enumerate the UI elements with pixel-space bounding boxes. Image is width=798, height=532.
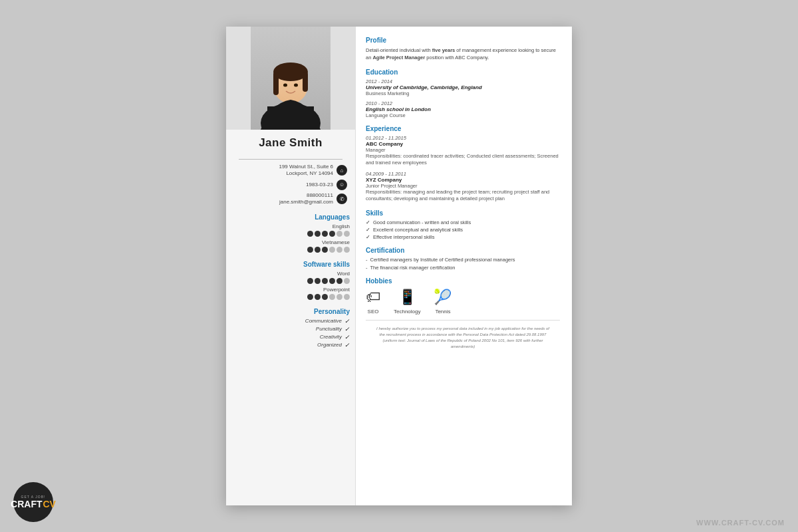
skill-word: Word <box>226 271 355 287</box>
photo-container <box>226 27 355 130</box>
personality-title: Personality <box>226 303 355 318</box>
personality-communicative: Communicative ✓ <box>226 318 355 325</box>
divider <box>239 159 342 160</box>
vdot-3 <box>322 247 328 253</box>
logo-cv: CV <box>43 499 56 509</box>
personality-punctuality: Punctuality ✓ <box>226 326 355 332</box>
profile-part1: Detail-oriented individual with <box>366 47 432 53</box>
seo-icon: 🏷 <box>366 289 380 306</box>
language-english: English <box>226 223 355 239</box>
hobby-technology: 📱 Technology <box>394 289 420 315</box>
experience-title: Experience <box>366 125 560 132</box>
profile-title: Profile <box>366 37 560 44</box>
exp-resp-1: Responsibilities: coordinated tracer act… <box>366 153 560 167</box>
logo-circle: GET A JOB! CRAFTCV <box>13 482 53 522</box>
tennis-label: Tennis <box>435 309 450 315</box>
dob-item: 1983-03-23 ☺ <box>231 180 350 190</box>
edu-years-1: 2012 - 2014 <box>366 78 560 84</box>
language-vietnamese: Vietnamese <box>226 239 355 255</box>
address-item: 199 Walnut St., Suite 6 Lockport, NY 140… <box>231 164 350 178</box>
dot-1 <box>307 231 313 237</box>
hobbies-row: 🏷 SEO 📱 Technology 🎾 Tennis <box>366 289 560 315</box>
edu-degree-1: Business Marketing <box>366 90 560 96</box>
hobby-tennis: 🎾 Tennis <box>434 289 452 315</box>
svg-point-8 <box>283 84 287 87</box>
exp-role-2: Junior Project Manager <box>366 183 560 189</box>
svg-rect-6 <box>273 72 279 95</box>
exp-entry-2: 04.2009 - 11.2011 XYZ Company Junior Pro… <box>366 171 560 203</box>
logo-craft-row: CRAFTCV <box>11 499 56 509</box>
skills-list: Good communication - written and oral sk… <box>366 219 560 240</box>
certification-title: Certification <box>366 247 560 254</box>
check-punctuality: ✓ <box>344 326 350 332</box>
profile-text: Detail-oriented individual with five yea… <box>366 47 560 62</box>
profile-bold1: five years <box>432 47 456 53</box>
skill-3: Effective interpersonal skills <box>366 234 560 240</box>
svg-rect-7 <box>303 72 308 92</box>
contact-section: 199 Walnut St., Suite 6 Lockport, NY 140… <box>226 164 355 208</box>
profile-part3: position with ABC Company. <box>425 55 489 61</box>
languages-title: Languages <box>226 208 355 223</box>
check-creativity: ✓ <box>344 334 350 340</box>
svg-point-9 <box>294 84 298 87</box>
education-title: Education <box>366 68 560 76</box>
footer-text: I hereby authorize you to process my per… <box>366 320 560 355</box>
dot-4 <box>329 231 335 237</box>
software-title: Software skills <box>226 255 355 271</box>
cert-list: Certified managers by Institute of Certi… <box>366 257 560 271</box>
vietnamese-label: Vietnamese <box>231 239 350 245</box>
skill-1: Good communication - written and oral sk… <box>366 219 560 225</box>
name-section: Jane Smith <box>226 130 355 155</box>
right-column: Profile Detail-oriented individual with … <box>356 27 572 505</box>
dot-5-empty <box>336 231 342 237</box>
edu-entry-2: 2010 - 2012 English school in London Lan… <box>366 100 560 118</box>
vietnamese-dots <box>231 247 350 253</box>
powerpoint-dots <box>231 294 350 300</box>
birthday-icon: ☺ <box>336 180 347 190</box>
logo-craft: CRAFT <box>11 499 42 509</box>
edu-school-1: University of Cambridge, Cambridge, Engl… <box>366 84 560 90</box>
dot-6-empty <box>344 231 350 237</box>
phone-email-item: 888000111 jane.smith@gmail.com ✆ <box>231 192 350 206</box>
phone-icon: ✆ <box>336 194 347 204</box>
exp-company-1: ABC Company <box>366 141 560 147</box>
check-communicative: ✓ <box>344 318 350 325</box>
exp-resp-2: Responsibilities: managing and leading t… <box>366 189 560 203</box>
vdot-5-empty <box>336 247 342 253</box>
edu-degree-2: Language Course <box>366 112 560 118</box>
edu-entry-1: 2012 - 2014 University of Cambridge, Cam… <box>366 78 560 96</box>
tennis-icon: 🎾 <box>434 289 452 306</box>
exp-role-1: Manager <box>366 147 560 153</box>
cv-page: Jane Smith 199 Walnut St., Suite 6 Lockp… <box>226 27 572 505</box>
word-label: Word <box>231 271 350 277</box>
left-column: Jane Smith 199 Walnut St., Suite 6 Lockp… <box>226 27 356 505</box>
vdot-4-empty <box>329 247 335 253</box>
skill-powerpoint: Powerpoint <box>226 287 355 303</box>
vdot-6-empty <box>344 247 350 253</box>
technology-icon: 📱 <box>398 289 416 306</box>
dob-text: 1983-03-23 <box>306 182 333 188</box>
phone-text: 888000111 <box>307 192 333 198</box>
address-line1: 199 Walnut St., Suite 6 <box>279 164 333 170</box>
profile-bold2: Agile Project Manager <box>372 55 425 61</box>
skill-2: Excellent conceptual and analytical skil… <box>366 227 560 233</box>
word-dots <box>231 278 350 284</box>
hobby-seo: 🏷 SEO <box>366 289 380 315</box>
check-organized: ✓ <box>344 342 350 348</box>
hobbies-title: Hobbies <box>366 277 560 285</box>
exp-company-2: XYZ Company <box>366 177 560 183</box>
exp-dates-2: 04.2009 - 11.2011 <box>366 171 560 177</box>
address-line2: Lockport, NY 14094 <box>286 170 333 176</box>
dot-3 <box>322 231 328 237</box>
email-text: jane.smith@gmail.com <box>279 199 333 205</box>
vdot-1 <box>307 247 313 253</box>
english-label: English <box>231 223 350 229</box>
candidate-name: Jane Smith <box>233 136 348 150</box>
english-dots <box>231 231 350 237</box>
cert-2: The financial risk manager certification <box>366 265 560 271</box>
technology-label: Technology <box>394 309 420 315</box>
home-icon: ⌂ <box>336 165 347 176</box>
dot-2 <box>315 231 321 237</box>
edu-school-2: English school in London <box>366 106 560 112</box>
exp-dates-1: 01.2012 - 11.2015 <box>366 135 560 141</box>
